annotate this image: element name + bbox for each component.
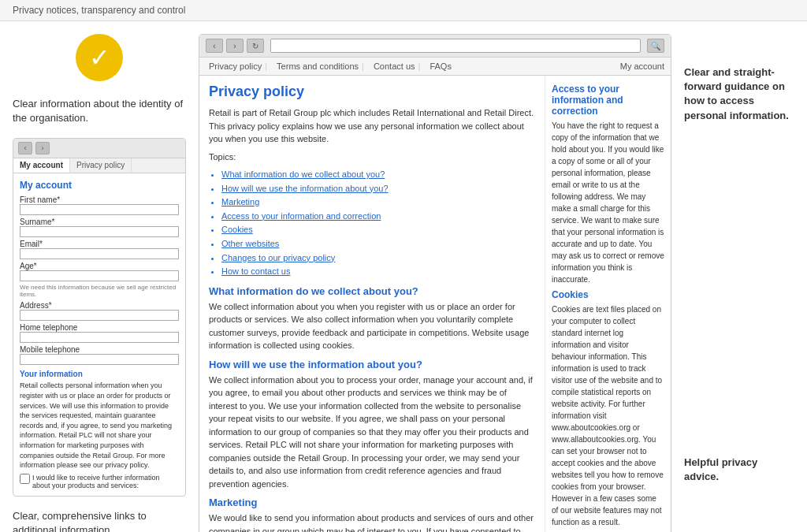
checkmark-icon: ✓ — [76, 34, 123, 81]
page-title: Privacy notices, transparency and contro… — [13, 5, 185, 16]
home-phone-row: Home telephone — [20, 323, 179, 343]
section-text-3: We would like to send you information ab… — [209, 512, 535, 532]
surname-input[interactable] — [20, 226, 179, 237]
topic-6[interactable]: Other websites — [221, 237, 535, 251]
small-browser: ‹ › My account Privacy policy My account… — [13, 138, 186, 496]
section-heading-3: Marketing — [209, 497, 535, 508]
checkmark-area: ✓ — [13, 34, 186, 81]
pp-intro: Retail is part of Retail Group plc which… — [209, 106, 535, 146]
nav-contact[interactable]: Contact us — [370, 60, 423, 73]
address-row: Address* — [20, 301, 179, 321]
left-annotation-2: Clear, comprehensive links to additional… — [13, 506, 186, 532]
pp-topics-list: What information do we collect about you… — [221, 168, 535, 279]
first-name-input[interactable] — [20, 204, 179, 215]
privacy-policy-main: Privacy policy Retail is part of Retail … — [199, 76, 545, 532]
left-annotation-1: Clear information about the identity of … — [13, 94, 186, 128]
pp-title: Privacy policy — [209, 84, 535, 100]
section-heading-1: What information do we collect about you… — [209, 285, 535, 297]
topic-7[interactable]: Changes to our privacy policy — [221, 251, 535, 266]
big-browser-body: Privacy policy Retail is part of Retail … — [199, 76, 671, 532]
nav-my-account[interactable]: My account — [620, 61, 664, 71]
right-heading-1: Access to your information and correctio… — [552, 84, 664, 117]
checkbox-label: I would like to receive further informat… — [32, 474, 179, 489]
tab-my-account[interactable]: My account — [13, 158, 70, 173]
age-label: Age* — [20, 262, 179, 270]
address-input[interactable] — [20, 310, 179, 321]
tab-privacy-policy[interactable]: Privacy policy — [70, 158, 132, 173]
age-input[interactable] — [20, 270, 179, 281]
my-account-heading: My account — [20, 180, 179, 191]
topic-8[interactable]: How to contact us — [221, 265, 535, 279]
email-input[interactable] — [20, 248, 179, 259]
forward-button[interactable]: › — [35, 142, 50, 154]
back-button[interactable]: ‹ — [18, 142, 32, 154]
mobile-phone-label: Mobile telephone — [20, 345, 179, 354]
big-browser-toolbar: ‹ › ↻ 🔍 — [199, 35, 671, 58]
address-label: Address* — [20, 301, 179, 310]
right-annotation-2: Helpful privacy advice. — [684, 456, 794, 484]
right-text-2: Cookies are text files placed on your co… — [552, 303, 664, 528]
big-browser-nav: Privacy policy Terms and conditions Cont… — [199, 58, 671, 76]
section-text-1: We collect information about you when yo… — [209, 300, 535, 352]
your-info-heading: Your information — [20, 370, 179, 378]
refresh-button[interactable]: ↻ — [247, 39, 264, 53]
big-browser: ‹ › ↻ 🔍 Privacy policy Terms and conditi… — [199, 34, 671, 532]
right-text-1: You have the right to request a copy of … — [552, 120, 664, 285]
first-name-row: First name* — [20, 195, 179, 215]
small-browser-content: My account First name* Surname* Email* A… — [13, 173, 185, 495]
big-forward-button[interactable]: › — [226, 39, 244, 53]
big-back-button[interactable]: ‹ — [206, 39, 223, 53]
top-bar: Privacy notices, transparency and contro… — [0, 0, 807, 21]
right-annotations: Clear and straight-forward guidance on h… — [684, 34, 794, 515]
topic-4[interactable]: Access to your information and correctio… — [221, 210, 535, 224]
small-browser-tabs: My account Privacy policy — [13, 158, 185, 173]
surname-row: Surname* — [20, 218, 179, 237]
topic-1[interactable]: What information do we collect about you… — [221, 168, 535, 182]
your-info-text: Retail collects personal information whe… — [20, 381, 179, 470]
topic-3[interactable]: Marketing — [221, 195, 535, 210]
mobile-phone-input[interactable] — [20, 354, 179, 365]
home-phone-label: Home telephone — [20, 323, 179, 332]
topic-5[interactable]: Cookies — [221, 223, 535, 237]
first-name-label: First name* — [20, 195, 179, 204]
mobile-phone-row: Mobile telephone — [20, 345, 179, 365]
age-note: We need this information because we sell… — [20, 284, 179, 298]
right-heading-2: Cookies — [552, 289, 664, 300]
right-annotation-1: Clear and straight-forward guidance on h… — [684, 65, 794, 123]
email-row: Email* — [20, 240, 179, 259]
section-text-2: We collect information about you to proc… — [209, 374, 535, 491]
nav-privacy-policy[interactable]: Privacy policy — [206, 60, 270, 73]
age-row: Age* — [20, 262, 179, 281]
topic-2[interactable]: How will we use the information about yo… — [221, 182, 535, 196]
search-button[interactable]: 🔍 — [647, 39, 664, 53]
small-browser-toolbar: ‹ › — [13, 139, 185, 158]
nav-terms[interactable]: Terms and conditions — [273, 60, 367, 73]
home-phone-input[interactable] — [20, 332, 179, 343]
privacy-policy-right: Access to your information and correctio… — [545, 76, 671, 532]
nav-faqs[interactable]: FAQs — [426, 60, 455, 73]
surname-label: Surname* — [20, 218, 179, 226]
checkbox-row: I would like to receive further informat… — [20, 474, 179, 489]
marketing-checkbox[interactable] — [20, 474, 30, 484]
pp-topics-label: Topics: — [209, 151, 535, 164]
email-label: Email* — [20, 240, 179, 248]
section-heading-2: How will we use the information about yo… — [209, 359, 535, 370]
